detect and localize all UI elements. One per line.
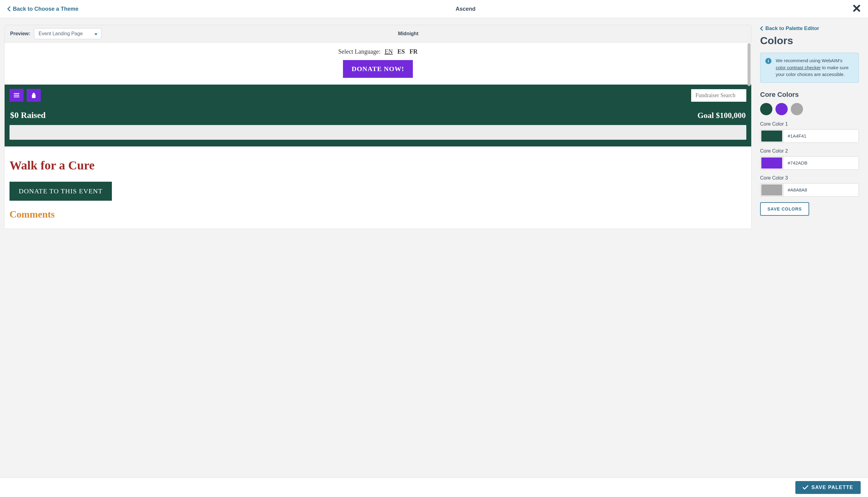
donate-to-event-button[interactable]: DONATE TO THIS EVENT	[10, 182, 112, 201]
preview-select-value: Event Landing Page	[39, 31, 83, 36]
lang-fr[interactable]: FR	[410, 48, 418, 55]
info-prefix: We recommend using WebAIM's	[776, 58, 842, 63]
preview-panel: Preview: Event Landing Page Midnight Sel…	[4, 25, 752, 229]
core-color-2-row	[760, 156, 859, 170]
core-color-1-row	[760, 129, 859, 143]
back-to-theme-link[interactable]: Back to Choose a Theme	[8, 6, 79, 12]
back-to-palette-link[interactable]: Back to Palette Editor	[760, 26, 859, 31]
lang-en[interactable]: EN	[385, 48, 393, 55]
close-icon	[853, 4, 860, 12]
fundraiser-search-input[interactable]	[691, 89, 746, 102]
back-to-palette-label: Back to Palette Editor	[765, 26, 819, 31]
core-swatches	[760, 103, 859, 115]
preview-body: Select Language: EN ES FR DONATE NOW!	[4, 43, 751, 229]
goal-amount: Goal $100,000	[698, 111, 746, 120]
hero-toolbar	[10, 89, 746, 102]
chevron-left-icon	[8, 6, 11, 11]
page-title: Ascend	[456, 6, 476, 12]
svg-rect-2	[14, 97, 19, 97]
lock-icon	[31, 93, 37, 98]
top-bar: Back to Choose a Theme Ascend	[0, 0, 868, 18]
amount-raised: $0 Raised	[10, 110, 46, 120]
scrollbar-thumb[interactable]	[748, 43, 751, 86]
preview-page-select[interactable]: Event Landing Page	[34, 28, 101, 39]
hero-section: $0 Raised Goal $100,000	[4, 85, 751, 146]
core-color-3-row	[760, 183, 859, 197]
preview-label: Preview:	[10, 31, 30, 37]
donate-now-button[interactable]: DONATE NOW!	[343, 60, 413, 78]
palette-column: Back to Palette Editor Colors i We recom…	[752, 18, 868, 236]
svg-rect-0	[14, 93, 19, 94]
caret-down-icon	[95, 31, 98, 37]
info-text: We recommend using WebAIM's color contra…	[776, 57, 854, 78]
core-color-1-chip[interactable]	[762, 130, 782, 142]
swatch-3[interactable]	[791, 103, 803, 115]
progress-bar	[10, 125, 746, 140]
language-label: Select Language:	[338, 48, 380, 55]
preview-header: Preview: Event Landing Page Midnight	[4, 25, 751, 43]
chevron-left-icon	[760, 26, 763, 31]
lang-es[interactable]: ES	[397, 48, 404, 55]
event-body: Walk for a Cure DONATE TO THIS EVENT Com…	[4, 146, 751, 229]
core-color-3-chip[interactable]	[762, 184, 782, 196]
swatch-1[interactable]	[760, 103, 772, 115]
menu-button[interactable]	[10, 89, 24, 102]
preview-theme-name: Midnight	[101, 31, 746, 37]
core-color-3-input[interactable]	[783, 184, 858, 196]
hero-stats: $0 Raised Goal $100,000	[10, 102, 746, 125]
swatch-2[interactable]	[775, 103, 788, 115]
main-layout: Preview: Event Landing Page Midnight Sel…	[0, 18, 868, 236]
core-color-1-label: Core Color 1	[760, 121, 859, 127]
comments-heading: Comments	[10, 209, 746, 220]
colors-heading: Colors	[760, 34, 859, 46]
core-colors-heading: Core Colors	[760, 91, 859, 99]
donate-now-wrap: DONATE NOW!	[4, 58, 751, 85]
preview-scrollbar[interactable]	[747, 43, 751, 229]
lock-button[interactable]	[27, 89, 41, 102]
contrast-checker-link[interactable]: color contrast checker	[776, 65, 821, 70]
save-colors-button[interactable]: SAVE COLORS	[760, 202, 809, 216]
svg-rect-1	[14, 95, 19, 96]
preview-column: Preview: Event Landing Page Midnight Sel…	[0, 18, 752, 236]
language-row: Select Language: EN ES FR	[4, 43, 751, 58]
back-to-theme-label: Back to Choose a Theme	[13, 6, 79, 12]
core-color-2-label: Core Color 2	[760, 148, 859, 154]
event-title: Walk for a Cure	[10, 158, 746, 172]
core-color-2-input[interactable]	[783, 157, 858, 169]
core-color-1-input[interactable]	[783, 130, 858, 142]
hamburger-icon	[14, 93, 19, 98]
core-color-3-label: Core Color 3	[760, 175, 859, 181]
info-icon: i	[765, 58, 771, 64]
close-button[interactable]	[853, 4, 860, 13]
footer-spacer	[0, 236, 868, 257]
info-box: i We recommend using WebAIM's color cont…	[760, 53, 859, 83]
core-color-2-chip[interactable]	[762, 157, 782, 169]
